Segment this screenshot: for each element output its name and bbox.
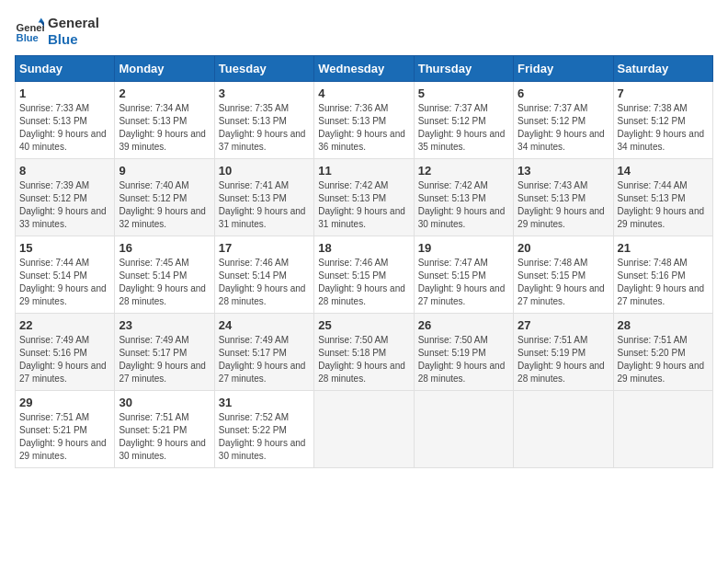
calendar-cell: 23Sunrise: 7:49 AMSunset: 5:17 PMDayligh…	[115, 314, 214, 391]
day-number: 13	[518, 164, 609, 178]
header-monday: Monday	[115, 56, 214, 82]
day-number: 17	[219, 241, 310, 255]
header-wednesday: Wednesday	[314, 56, 414, 82]
calendar-cell: 26Sunrise: 7:50 AMSunset: 5:19 PMDayligh…	[414, 314, 513, 391]
calendar-cell	[613, 391, 712, 468]
day-number: 15	[19, 241, 110, 255]
calendar-cell: 27Sunrise: 7:51 AMSunset: 5:19 PMDayligh…	[514, 314, 613, 391]
day-number: 31	[219, 396, 310, 409]
day-info: Sunrise: 7:34 AMSunset: 5:13 PMDaylight:…	[119, 102, 210, 154]
day-number: 27	[518, 318, 609, 332]
calendar-cell: 18Sunrise: 7:46 AMSunset: 5:15 PMDayligh…	[314, 236, 414, 314]
header-sunday: Sunday	[16, 56, 115, 82]
calendar-cell: 8Sunrise: 7:39 AMSunset: 5:12 PMDaylight…	[16, 159, 115, 236]
day-info: Sunrise: 7:38 AMSunset: 5:12 PMDaylight:…	[618, 102, 709, 154]
calendar-cell: 21Sunrise: 7:48 AMSunset: 5:16 PMDayligh…	[613, 236, 712, 314]
day-number: 14	[618, 164, 709, 178]
header-friday: Friday	[514, 56, 613, 82]
day-number: 1	[19, 86, 110, 100]
day-number: 7	[618, 86, 709, 100]
day-info: Sunrise: 7:44 AMSunset: 5:14 PMDaylight:…	[19, 257, 110, 308]
day-info: Sunrise: 7:41 AMSunset: 5:13 PMDaylight:…	[219, 179, 310, 231]
calendar-table: SundayMondayTuesdayWednesdayThursdayFrid…	[15, 55, 713, 468]
day-number: 25	[318, 318, 409, 332]
day-info: Sunrise: 7:37 AMSunset: 5:12 PMDaylight:…	[518, 102, 609, 154]
calendar-cell: 24Sunrise: 7:49 AMSunset: 5:17 PMDayligh…	[214, 314, 313, 391]
day-info: Sunrise: 7:51 AMSunset: 5:19 PMDaylight:…	[518, 334, 609, 385]
day-number: 23	[119, 318, 210, 332]
logo-general: General	[48, 15, 99, 31]
day-info: Sunrise: 7:48 AMSunset: 5:15 PMDaylight:…	[518, 257, 609, 308]
calendar-cell: 9Sunrise: 7:40 AMSunset: 5:12 PMDaylight…	[115, 159, 214, 236]
day-info: Sunrise: 7:42 AMSunset: 5:13 PMDaylight:…	[318, 179, 409, 231]
calendar-cell: 19Sunrise: 7:47 AMSunset: 5:15 PMDayligh…	[414, 236, 513, 314]
day-info: Sunrise: 7:45 AMSunset: 5:14 PMDaylight:…	[119, 257, 210, 308]
header-tuesday: Tuesday	[214, 56, 313, 82]
day-number: 9	[119, 164, 210, 178]
logo: General Blue General Blue	[15, 15, 99, 48]
day-info: Sunrise: 7:51 AMSunset: 5:21 PMDaylight:…	[19, 411, 110, 463]
calendar-cell: 7Sunrise: 7:38 AMSunset: 5:12 PMDaylight…	[613, 82, 712, 159]
day-info: Sunrise: 7:36 AMSunset: 5:13 PMDaylight:…	[318, 102, 409, 154]
day-info: Sunrise: 7:49 AMSunset: 5:17 PMDaylight:…	[119, 334, 210, 385]
day-info: Sunrise: 7:35 AMSunset: 5:13 PMDaylight:…	[219, 102, 310, 154]
day-info: Sunrise: 7:40 AMSunset: 5:12 PMDaylight:…	[119, 179, 210, 231]
header-saturday: Saturday	[613, 56, 712, 82]
calendar-cell: 6Sunrise: 7:37 AMSunset: 5:12 PMDaylight…	[514, 82, 613, 159]
day-number: 22	[19, 318, 110, 332]
calendar-header: SundayMondayTuesdayWednesdayThursdayFrid…	[16, 56, 713, 82]
day-info: Sunrise: 7:33 AMSunset: 5:13 PMDaylight:…	[19, 102, 110, 154]
calendar-week-5: 29Sunrise: 7:51 AMSunset: 5:21 PMDayligh…	[16, 391, 713, 468]
day-number: 4	[318, 86, 409, 100]
calendar-cell: 25Sunrise: 7:50 AMSunset: 5:18 PMDayligh…	[314, 314, 414, 391]
svg-text:General: General	[17, 22, 44, 33]
day-number: 24	[219, 318, 310, 332]
day-number: 16	[119, 241, 210, 255]
day-info: Sunrise: 7:46 AMSunset: 5:15 PMDaylight:…	[318, 257, 409, 308]
day-info: Sunrise: 7:46 AMSunset: 5:14 PMDaylight:…	[219, 257, 310, 308]
day-info: Sunrise: 7:51 AMSunset: 5:20 PMDaylight:…	[618, 334, 709, 385]
day-number: 19	[418, 241, 509, 255]
day-info: Sunrise: 7:49 AMSunset: 5:17 PMDaylight:…	[219, 334, 310, 385]
calendar-cell: 28Sunrise: 7:51 AMSunset: 5:20 PMDayligh…	[613, 314, 712, 391]
svg-text:Blue: Blue	[17, 32, 39, 43]
day-info: Sunrise: 7:48 AMSunset: 5:16 PMDaylight:…	[618, 257, 709, 308]
day-number: 30	[119, 396, 210, 409]
calendar-cell: 16Sunrise: 7:45 AMSunset: 5:14 PMDayligh…	[115, 236, 214, 314]
day-number: 2	[119, 86, 210, 100]
day-info: Sunrise: 7:44 AMSunset: 5:13 PMDaylight:…	[618, 179, 709, 231]
calendar-cell: 12Sunrise: 7:42 AMSunset: 5:13 PMDayligh…	[414, 159, 513, 236]
day-number: 8	[19, 164, 110, 178]
calendar-cell: 22Sunrise: 7:49 AMSunset: 5:16 PMDayligh…	[16, 314, 115, 391]
day-info: Sunrise: 7:42 AMSunset: 5:13 PMDaylight:…	[418, 179, 509, 231]
day-number: 21	[618, 241, 709, 255]
calendar-cell: 5Sunrise: 7:37 AMSunset: 5:12 PMDaylight…	[414, 82, 513, 159]
calendar-cell: 4Sunrise: 7:36 AMSunset: 5:13 PMDaylight…	[314, 82, 414, 159]
calendar-cell: 2Sunrise: 7:34 AMSunset: 5:13 PMDaylight…	[115, 82, 214, 159]
day-number: 26	[418, 318, 509, 332]
calendar-cell: 10Sunrise: 7:41 AMSunset: 5:13 PMDayligh…	[214, 159, 313, 236]
calendar-cell: 30Sunrise: 7:51 AMSunset: 5:21 PMDayligh…	[115, 391, 214, 468]
calendar-week-4: 22Sunrise: 7:49 AMSunset: 5:16 PMDayligh…	[16, 314, 713, 391]
day-info: Sunrise: 7:52 AMSunset: 5:22 PMDaylight:…	[219, 411, 310, 463]
day-number: 28	[618, 318, 709, 332]
logo-icon: General Blue	[15, 17, 44, 46]
calendar-cell: 17Sunrise: 7:46 AMSunset: 5:14 PMDayligh…	[214, 236, 313, 314]
day-number: 29	[19, 396, 110, 409]
day-info: Sunrise: 7:50 AMSunset: 5:18 PMDaylight:…	[318, 334, 409, 385]
calendar-cell	[414, 391, 513, 468]
day-info: Sunrise: 7:50 AMSunset: 5:19 PMDaylight:…	[418, 334, 509, 385]
header-thursday: Thursday	[414, 56, 513, 82]
calendar-cell: 20Sunrise: 7:48 AMSunset: 5:15 PMDayligh…	[514, 236, 613, 314]
calendar-cell: 13Sunrise: 7:43 AMSunset: 5:13 PMDayligh…	[514, 159, 613, 236]
calendar-cell: 1Sunrise: 7:33 AMSunset: 5:13 PMDaylight…	[16, 82, 115, 159]
calendar-week-2: 8Sunrise: 7:39 AMSunset: 5:12 PMDaylight…	[16, 159, 713, 236]
day-number: 6	[518, 86, 609, 100]
calendar-cell: 29Sunrise: 7:51 AMSunset: 5:21 PMDayligh…	[16, 391, 115, 468]
day-number: 12	[418, 164, 509, 178]
day-number: 10	[219, 164, 310, 178]
day-number: 18	[318, 241, 409, 255]
calendar-cell: 3Sunrise: 7:35 AMSunset: 5:13 PMDaylight…	[214, 82, 313, 159]
logo-blue: Blue	[48, 31, 99, 48]
calendar-cell: 11Sunrise: 7:42 AMSunset: 5:13 PMDayligh…	[314, 159, 414, 236]
